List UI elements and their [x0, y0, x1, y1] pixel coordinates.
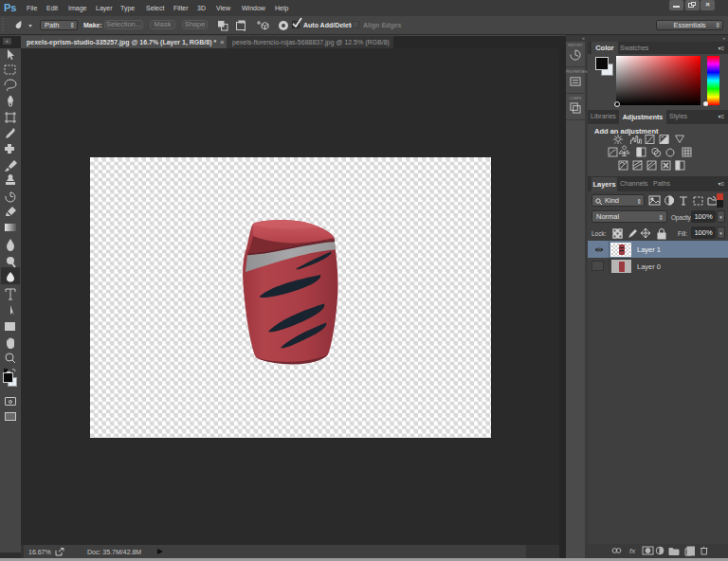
svg-text:fx: fx — [629, 547, 636, 555]
